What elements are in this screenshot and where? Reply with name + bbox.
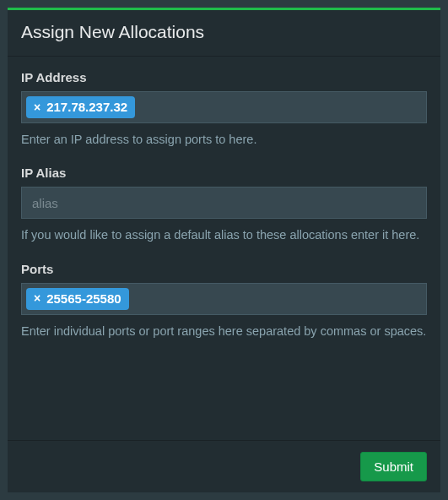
ports-label: Ports (21, 262, 427, 276)
panel-title: Assign New Allocations (21, 22, 427, 42)
ports-tag-text: 25565-25580 (46, 291, 121, 306)
close-icon[interactable]: × (34, 101, 40, 113)
ports-help: Enter individual ports or port ranges he… (21, 322, 427, 340)
ports-group: Ports × 25565-25580 Enter individual por… (21, 262, 427, 340)
panel-header: Assign New Allocations (8, 10, 440, 57)
ports-tag[interactable]: × 25565-25580 (26, 288, 129, 310)
ip-address-input[interactable]: × 217.78.237.32 (21, 91, 427, 123)
ip-alias-label: IP Alias (21, 166, 427, 180)
panel-footer: Submit (8, 440, 440, 492)
ports-input[interactable]: × 25565-25580 (21, 283, 427, 315)
ip-address-label: IP Address (21, 70, 427, 84)
panel-body: IP Address × 217.78.237.32 Enter an IP a… (8, 57, 440, 440)
ip-address-tag[interactable]: × 217.78.237.32 (26, 96, 135, 118)
submit-button[interactable]: Submit (360, 452, 427, 481)
ip-address-tag-text: 217.78.237.32 (46, 100, 127, 114)
close-icon[interactable]: × (34, 292, 40, 304)
ip-address-group: IP Address × 217.78.237.32 Enter an IP a… (21, 70, 427, 149)
assign-allocations-panel: Assign New Allocations IP Address × 217.… (8, 8, 440, 492)
ip-alias-group: IP Alias If you would like to assign a d… (21, 166, 427, 244)
ip-address-help: Enter an IP address to assign ports to h… (21, 130, 427, 149)
ip-alias-input[interactable] (21, 187, 427, 219)
ip-alias-help: If you would like to assign a default al… (21, 226, 427, 244)
